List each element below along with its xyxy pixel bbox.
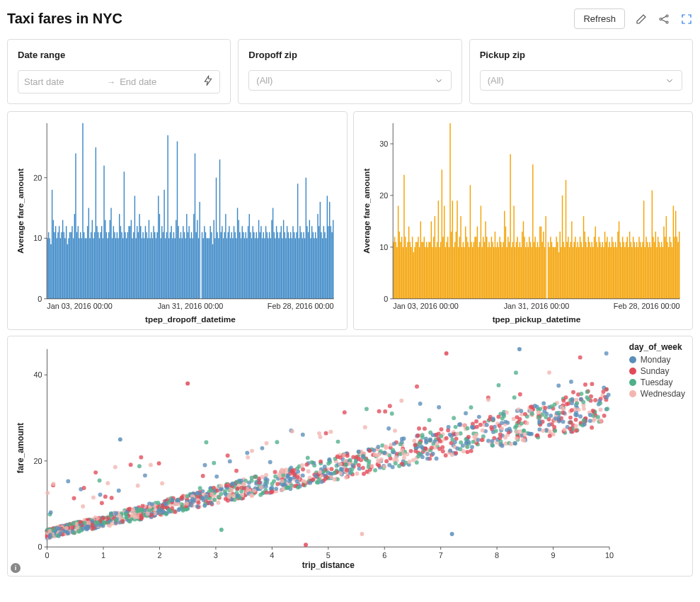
svg-point-1587 — [117, 489, 121, 493]
svg-rect-281 — [409, 242, 410, 299]
svg-point-1897 — [139, 455, 143, 460]
svg-point-2149 — [185, 382, 190, 386]
svg-rect-493 — [660, 247, 660, 299]
svg-rect-45 — [89, 238, 90, 299]
svg-point-2029 — [259, 485, 263, 489]
svg-rect-227 — [304, 238, 305, 299]
edit-icon[interactable] — [635, 13, 648, 25]
svg-rect-358 — [500, 242, 501, 299]
svg-rect-100 — [154, 232, 155, 299]
svg-point-1124 — [444, 436, 449, 441]
svg-point-1271 — [402, 436, 406, 441]
svg-rect-509 — [678, 232, 679, 299]
autofill-icon[interactable] — [202, 75, 214, 89]
legend-item-sunday[interactable]: Sunday — [629, 366, 685, 376]
svg-point-1590 — [217, 495, 221, 499]
svg-point-712 — [486, 398, 490, 402]
svg-point-2012 — [252, 489, 256, 493]
svg-point-2052 — [136, 508, 140, 512]
svg-point-1488 — [417, 426, 421, 431]
svg-rect-380 — [526, 242, 527, 299]
svg-point-1249 — [466, 435, 471, 439]
svg-rect-187 — [257, 238, 258, 299]
svg-point-2032 — [239, 479, 243, 483]
svg-rect-124 — [183, 226, 183, 299]
svg-point-1655 — [203, 463, 207, 467]
svg-rect-211 — [285, 238, 286, 299]
svg-rect-23 — [64, 232, 64, 299]
date-range-input[interactable]: Start date → End date — [18, 70, 220, 93]
svg-rect-14 — [53, 220, 54, 299]
svg-text:fare_amount: fare_amount — [16, 423, 25, 473]
legend-item-monday[interactable]: Monday — [629, 355, 685, 365]
chart-dropoff: 01020Jan 03, 2016 00:00Jan 31, 2016 00:0… — [7, 111, 348, 330]
svg-point-1423 — [236, 487, 240, 491]
svg-point-2106 — [280, 488, 284, 492]
pickup-zip-select[interactable]: (All) — [480, 70, 682, 91]
svg-point-1930 — [470, 425, 474, 429]
svg-point-1460 — [201, 474, 205, 478]
legend-item-wednesday[interactable]: Wednesday — [629, 389, 685, 399]
scatter-chart[interactable]: 02040012345678910fare_amounttrip_distanc… — [13, 342, 687, 571]
svg-rect-374 — [519, 242, 520, 299]
svg-point-747 — [264, 473, 268, 477]
svg-point-1531 — [365, 407, 369, 411]
svg-rect-225 — [302, 238, 303, 299]
dropoff-zip-select[interactable]: (All) — [248, 70, 451, 91]
chart-scatter: 02040012345678910fare_amounttrip_distanc… — [7, 336, 693, 577]
svg-point-2134 — [71, 521, 75, 526]
svg-rect-274 — [401, 237, 401, 299]
svg-rect-250 — [331, 232, 332, 299]
svg-rect-27 — [68, 238, 69, 299]
svg-rect-330 — [467, 242, 468, 299]
legend-item-tuesday[interactable]: Tuesday — [629, 377, 685, 387]
info-icon[interactable]: i — [11, 563, 21, 573]
svg-point-1457 — [234, 469, 239, 473]
svg-rect-92 — [145, 226, 146, 299]
svg-rect-224 — [301, 232, 302, 299]
svg-rect-410 — [561, 195, 562, 299]
fullscreen-icon[interactable] — [680, 13, 693, 25]
svg-rect-183 — [253, 226, 253, 299]
svg-rect-280 — [408, 227, 408, 299]
svg-point-2030 — [602, 390, 606, 394]
svg-rect-180 — [249, 214, 250, 299]
svg-rect-439 — [596, 242, 597, 299]
svg-rect-95 — [149, 220, 149, 299]
bar-chart-dropoff[interactable]: 01020Jan 03, 2016 00:00Jan 31, 2016 00:0… — [13, 118, 341, 326]
end-date-field[interactable]: End date — [120, 76, 198, 87]
svg-rect-169 — [236, 238, 236, 299]
svg-rect-341 — [480, 206, 481, 299]
svg-rect-393 — [541, 242, 542, 299]
svg-rect-157 — [222, 226, 222, 299]
svg-point-1963 — [167, 508, 171, 512]
svg-point-1990 — [597, 399, 602, 403]
svg-point-1909 — [605, 407, 609, 411]
svg-rect-502 — [670, 242, 671, 299]
svg-rect-301 — [432, 237, 433, 299]
svg-rect-171 — [239, 220, 239, 299]
svg-point-2067 — [350, 470, 354, 475]
svg-rect-73 — [122, 238, 123, 299]
svg-rect-123 — [181, 238, 182, 299]
svg-rect-150 — [213, 220, 214, 299]
svg-point-872 — [113, 465, 117, 470]
svg-text:10: 10 — [605, 551, 614, 560]
bar-chart-pickup[interactable]: 0102030Jan 03, 2016 00:00Jan 31, 2016 00… — [360, 118, 687, 326]
svg-point-1810 — [512, 395, 517, 399]
svg-point-896 — [470, 445, 474, 449]
svg-rect-42 — [86, 238, 86, 299]
share-icon[interactable] — [658, 13, 670, 25]
svg-point-1663 — [272, 479, 276, 484]
svg-point-1608 — [325, 475, 329, 479]
svg-rect-56 — [103, 238, 103, 299]
svg-rect-434 — [590, 247, 590, 299]
refresh-button[interactable]: Refresh — [574, 8, 625, 29]
svg-point-2000 — [345, 468, 349, 472]
svg-rect-121 — [179, 238, 180, 299]
svg-rect-469 — [631, 247, 632, 299]
svg-rect-228 — [306, 178, 306, 299]
svg-rect-447 — [605, 242, 606, 299]
svg-rect-17 — [57, 238, 57, 299]
start-date-field[interactable]: Start date — [24, 76, 103, 87]
